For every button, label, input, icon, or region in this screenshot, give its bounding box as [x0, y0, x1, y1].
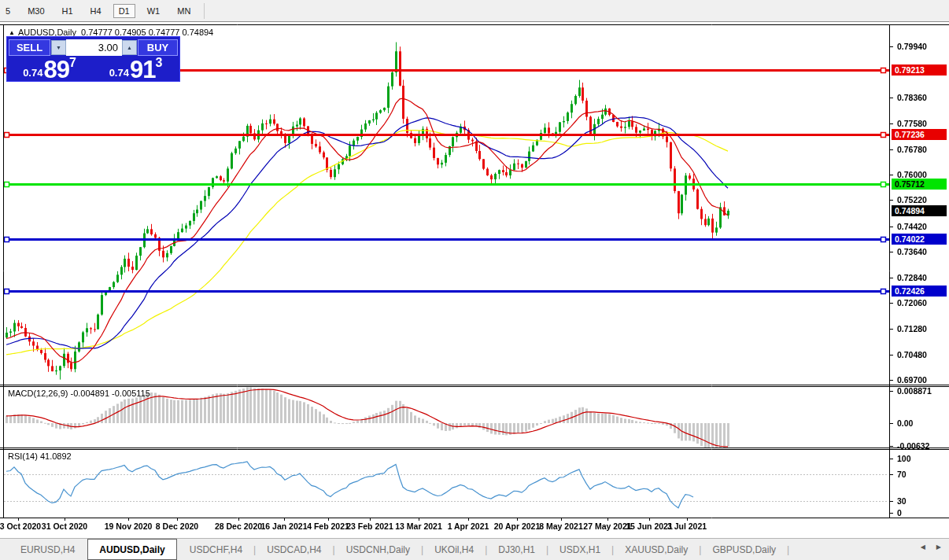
date-axis-tick: 27 May 2021 [583, 521, 631, 531]
date-axis-tick: 13 Mar 2021 [395, 521, 442, 531]
current-price-badge: 0.74894 [892, 205, 947, 216]
rsi-indicator-label: RSI(14) 41.0892 [8, 451, 72, 461]
rsi-axis-tick: 30 [897, 496, 907, 506]
date-axis-tick: 1 Apr 2021 [448, 521, 489, 531]
buy-price-display[interactable]: 0.74 91 3 [94, 57, 178, 81]
tab-usdcnh-daily[interactable]: USDCNH,Daily [335, 539, 421, 560]
volume-increase-button[interactable]: ▲ [122, 40, 137, 55]
date-axis-tick: 28 Dec 2020 [215, 521, 262, 531]
date-axis-tick: 13 Oct 2020 [0, 521, 41, 531]
timeframe-button-m30[interactable]: M30 [22, 4, 50, 18]
date-axis-tick: 15 Jun 2021 [626, 521, 673, 531]
price-axis-tick: 0.76780 [897, 145, 927, 154]
rsi-axis-tick: 100 [897, 454, 911, 463]
sell-button[interactable]: SELL [9, 39, 50, 56]
tab-ukoil-h4[interactable]: UKOil,H4 [423, 539, 485, 560]
tab-xauusd-daily[interactable]: XAUUSD,Daily [614, 539, 699, 560]
sell-price-sup: 7 [69, 56, 76, 70]
price-axis-tick: 0.71280 [897, 324, 927, 333]
macd-axis-tick: 0.00 [897, 418, 913, 428]
sell-price-display[interactable]: 0.74 89 7 [9, 57, 90, 81]
macd-indicator-label: MACD(12,26,9) -0.004891 -0.005115 [8, 389, 150, 398]
tab-usdx-h1[interactable]: USDX,H1 [548, 539, 611, 560]
macd-axis-tick: -0.00632 [897, 441, 929, 451]
price-axis-tick: 0.72840 [897, 273, 927, 282]
timeframe-button-w1[interactable]: W1 [142, 4, 166, 18]
one-click-trading-panel: SELL ▼ 3.00 ▲ BUY 0.74 89 7 0.74 91 3 [6, 36, 180, 82]
timeframe-button-5[interactable]: 5 [0, 4, 16, 18]
price-axis-tick: 0.79940 [897, 42, 927, 51]
tab-scroll-left-icon[interactable]: ◀ [921, 543, 925, 551]
price-level-badge: 0.77236 [892, 129, 947, 140]
tab-dj30-h1[interactable]: DJ30,H1 [487, 539, 546, 560]
price-level-badge: 0.75712 [892, 179, 947, 190]
buy-price-sup: 3 [155, 56, 162, 70]
date-axis-tick: 19 Nov 2020 [105, 521, 153, 531]
price-axis-tick: 0.78360 [897, 93, 927, 102]
price-level-badge: 0.74022 [892, 234, 947, 245]
sell-price-big: 89 [43, 58, 68, 81]
price-chart-canvas[interactable] [0, 0, 949, 560]
timeframe-button-h4[interactable]: H4 [85, 4, 107, 18]
price-axis-tick: 0.70480 [897, 350, 927, 359]
chart-collapse-icon[interactable]: ▲ [9, 29, 15, 36]
date-axis-tick: 3 Jul 2021 [667, 521, 707, 531]
timeframe-toolbar: 5M30H1H4D1W1MN [0, 0, 949, 22]
buy-price-small: 0.74 [109, 67, 129, 79]
tab-eurusd-h4[interactable]: EURUSD,H4 [9, 539, 86, 560]
macd-axis-tick: 0.008871 [897, 386, 932, 396]
date-axis-tick: 20 Apr 2021 [494, 521, 541, 531]
price-axis-tick: 0.72060 [897, 298, 927, 308]
tab-scroll-right-icon[interactable]: ▶ [936, 543, 941, 551]
tab-separator: | [787, 544, 789, 555]
price-level-badge: 0.79213 [892, 64, 947, 76]
sell-price-small: 0.74 [23, 67, 42, 79]
timeframe-button-d1[interactable]: D1 [113, 4, 135, 18]
mt4-window: 5M30H1H4D1W1MN ▲AUDUSD,Daily 0.74777 0.7… [0, 0, 949, 560]
volume-input[interactable]: 3.00 [66, 39, 122, 56]
rsi-axis-tick: 70 [897, 470, 907, 479]
date-axis-tick: 4 Feb 2021 [307, 521, 349, 531]
price-axis-tick: 0.75220 [897, 195, 927, 204]
tab-usdchf-h4[interactable]: USDCHF,H4 [179, 539, 253, 560]
date-axis-tick: 31 Oct 2020 [42, 521, 87, 531]
timeframe-button-mn[interactable]: MN [172, 4, 196, 18]
price-axis-tick: 0.73640 [897, 247, 927, 256]
rsi-axis-tick: 0 [897, 508, 902, 518]
buy-price-big: 91 [130, 58, 155, 81]
price-level-badge: 0.72426 [892, 286, 947, 297]
tab-gbpusd-daily[interactable]: GBPUSD,Daily [701, 539, 787, 560]
chart-tab-bar: EURUSD,H4AUDUSD,DailyUSDCHF,H4|USDCAD,H4… [0, 538, 949, 560]
volume-decrease-button[interactable]: ▼ [51, 40, 66, 55]
date-axis-tick: 16 Jan 2021 [261, 521, 308, 531]
timeframe-button-h1[interactable]: H1 [57, 4, 79, 18]
price-axis-tick: 0.69700 [897, 375, 927, 385]
toolbar-separator [204, 3, 205, 19]
date-axis-tick: 8 Dec 2020 [156, 521, 198, 531]
date-axis-tick: 8 May 2021 [539, 521, 582, 531]
buy-button[interactable]: BUY [138, 39, 178, 56]
price-axis-tick: 0.77580 [897, 119, 927, 128]
price-axis-tick: 0.74420 [897, 222, 927, 231]
tab-audusd-daily[interactable]: AUDUSD,Daily [87, 539, 176, 560]
tab-usdcad-h4[interactable]: USDCAD,H4 [256, 539, 332, 560]
date-axis-tick: 23 Feb 2021 [346, 521, 393, 531]
tab-scroll-controls: ◀ ▶ [921, 543, 941, 551]
